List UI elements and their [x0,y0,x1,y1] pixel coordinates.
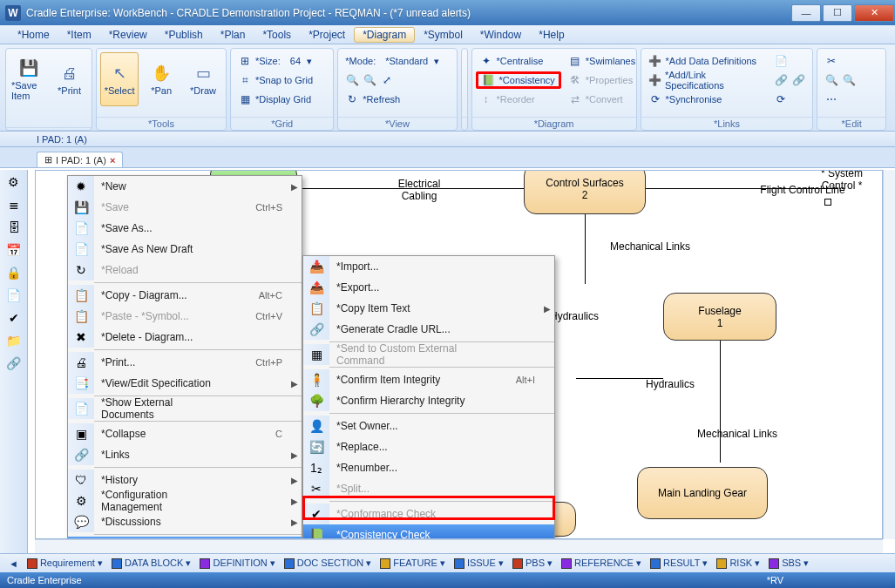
diagram-node-main-gear[interactable]: Main Landing Gear [637,467,768,519]
menu-item-home[interactable]: *Home [9,27,58,43]
rail-doc-icon[interactable]: 📄 [5,287,23,304]
menu-item-item[interactable]: *Item [58,27,100,43]
menu-item[interactable]: 🌳*Confirm Hierarchy Integrity [303,390,554,411]
menu-item-project[interactable]: *Project [300,27,354,43]
close-button[interactable]: ✕ [854,4,894,22]
context-menu-main[interactable]: ✹*New▶💾*SaveCtrl+S📄*Save As...📄*Save As … [67,175,302,539]
menu-item[interactable]: 📗*Consistency Check [303,524,554,539]
menu-item[interactable]: 📋*Copy Item Text▶ [303,298,554,319]
menu-item-window[interactable]: *Window [471,27,530,43]
find-button[interactable]: 🔍🔍 [821,71,859,89]
swimlanes-button[interactable]: ▤*Swimlanes [565,52,639,70]
rail-check-icon[interactable]: ✔ [5,309,23,327]
print-button[interactable]: 🖨 *Print [51,52,88,106]
pan-tool-button[interactable]: ✋ *Pan [142,52,180,106]
bottom-nav-item[interactable]: FEATURE ▾ [376,558,449,569]
menu-item-icon: 📥 [303,256,329,277]
document-tab[interactable]: ⊞ I PAD: 1 (A) × [37,152,123,167]
tab-close-icon[interactable]: × [110,155,115,166]
menu-item[interactable]: 🔄*Replace... [303,436,554,457]
zoom-fit-icon[interactable]: ⤢ [380,73,394,87]
rail-lock-icon[interactable]: 🔒 [5,264,23,281]
refresh-button[interactable]: ↻*Refresh [342,91,443,108]
menu-item-publish[interactable]: *Publish [156,27,212,43]
link-icon-2[interactable]: 🔗🔗 [770,71,809,89]
connector-square[interactable] [824,199,831,206]
menu-item[interactable]: 📄*Save As... [68,218,302,239]
menu-item[interactable]: 🔗*Generate Cradle URL... [303,319,554,340]
link-icon-3[interactable]: ⟳ [770,91,809,108]
grid-size-row[interactable]: ⊞*Size: 64 ▾ [234,52,316,70]
select-tool-button[interactable]: ↖ *Select [100,52,139,106]
rail-gear-icon[interactable]: ⚙ [5,173,23,191]
context-menu-more[interactable]: 📥*Import...📤*Export...📋*Copy Item Text▶🔗… [302,255,555,539]
menu-item[interactable]: ✹*New▶ [68,176,302,197]
menu-item[interactable]: ⚙*Configuration Management▶ [68,490,302,511]
menu-item-label: *Delete - Diagram... [94,331,235,343]
menu-item[interactable]: ▣*CollapseC [68,423,302,444]
draw-tool-button[interactable]: ▭ *Draw [184,52,222,106]
nav-arrow-left[interactable]: ◄ [5,558,22,569]
rail-list-icon[interactable]: ≣ [5,196,23,213]
menu-item[interactable]: 📤*Export... [303,277,554,298]
menu-item[interactable]: ✖*Delete - Diagram... [68,327,302,348]
rail-folder-icon[interactable]: 📁 [5,332,23,349]
bottom-nav-item[interactable]: ISSUE ▾ [451,558,507,569]
menu-item-tools[interactable]: *Tools [254,27,300,43]
diagram-node-fuselage[interactable]: Fuselage1 [663,293,776,341]
menu-bar: *Home*Item*Review*Publish*Plan*Tools*Pro… [0,25,895,44]
menu-item[interactable]: 📑*View/Edit Specification▶ [68,373,302,394]
cut-button[interactable]: ✂ [821,52,859,70]
bottom-nav-item[interactable]: RESULT ▾ [647,558,711,569]
zoom-in-icon[interactable]: 🔍 [345,73,359,87]
bottom-nav-item[interactable]: DATA BLOCK ▾ [108,558,195,569]
link-icon-1[interactable]: 📄 [770,52,809,70]
menu-item-help[interactable]: *Help [530,27,573,43]
menu-item[interactable]: 🧍*Confirm Item IntegrityAlt+I [303,369,554,390]
minimize-button[interactable]: — [791,4,821,22]
menu-item[interactable]: 📋*Copy - Diagram...Alt+C [68,285,302,306]
menu-item[interactable]: 💬*Discussions▶ [68,511,302,532]
bottom-nav-item[interactable]: DOC SECTION ▾ [281,558,375,569]
bottom-nav-item[interactable]: PBS ▾ [509,558,556,569]
diagram-node-control-surfaces[interactable]: Control Surfaces2 [524,170,646,214]
save-item-button[interactable]: 💾 *Save Item [10,52,47,106]
display-grid-button[interactable]: ▦*Display Grid [234,91,316,108]
bottom-nav-item[interactable]: SBS ▾ [765,558,812,569]
edit-more[interactable]: ⋯ [821,91,859,108]
zoom-row[interactable]: 🔍🔍⤢ [342,71,443,89]
menu-item[interactable]: 🛡*History▶ [68,470,302,490]
zoom-out-icon[interactable]: 🔍 [363,73,376,87]
maximize-button[interactable]: ☐ [823,4,852,22]
mode-row[interactable]: *Mode: *Standard ▾ [342,52,443,70]
menu-item-symbol[interactable]: *Symbol [415,27,471,43]
rail-link-icon[interactable]: 🔗 [5,355,23,372]
synchronise-button[interactable]: ⟳*Synchronise [645,91,768,108]
rail-calendar-icon[interactable]: 📅 [5,241,23,259]
menu-item-plan[interactable]: *Plan [212,27,254,43]
menu-item-review[interactable]: *Review [100,27,156,43]
menu-item[interactable]: 📥*Import... [303,256,554,277]
add-data-definitions-button[interactable]: ➕*Add Data Definitions [645,52,768,70]
ribbon: 💾 *Save Item 🖨 *Print ↖ *Select ✋ *Pan ▭… [0,44,895,132]
centralise-button[interactable]: ✦*Centralise [476,52,561,70]
consistency-button[interactable]: 📗*Consistency [476,71,561,89]
vertical-scrollbar[interactable] [883,170,895,539]
menu-item[interactable]: 1₂*Renumber... [303,457,554,478]
menu-item[interactable]: 🖨*Print...Ctrl+P [68,352,302,373]
diagram-canvas[interactable]: Electrical Cabling Control Surfaces2 Fli… [35,170,883,539]
rail-db-icon[interactable]: 🗄 [5,219,23,236]
menu-item-diagram[interactable]: *Diagram [354,27,415,43]
add-link-spec-button[interactable]: ➕*Add/Link Specifications [645,71,768,89]
menu-item[interactable]: 📄*Save As New Draft [68,239,302,260]
horizontal-scrollbar[interactable] [35,539,883,553]
menu-item[interactable]: 🔗*Links▶ [68,444,302,465]
snap-to-grid-button[interactable]: ⌗*Snap to Grid [234,71,316,89]
bottom-nav-item[interactable]: RISK ▾ [713,558,763,569]
menu-item[interactable]: 👤*Set Owner... [303,416,554,436]
bottom-nav-item[interactable]: DEFINITION ▾ [196,558,278,569]
bottom-nav-item[interactable]: REFERENCE ▾ [558,558,645,569]
menu-item[interactable]: 📄*Show External Documents [68,398,302,419]
centralise-icon: ✦ [479,54,493,68]
bottom-nav-item[interactable]: Requirement ▾ [24,558,106,569]
